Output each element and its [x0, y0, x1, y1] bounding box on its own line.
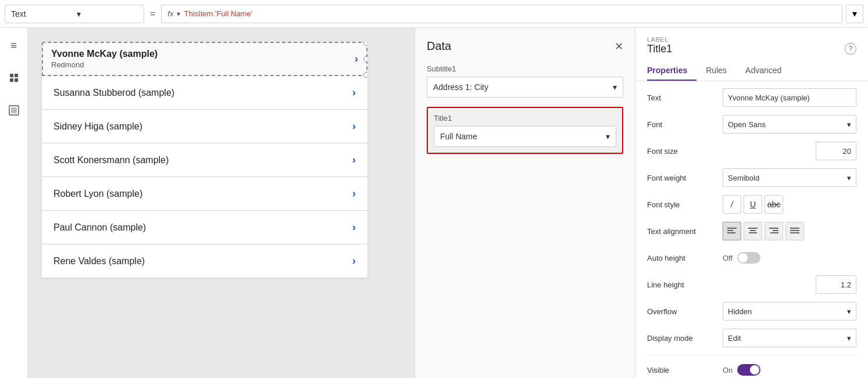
text-input[interactable] — [723, 88, 856, 107]
list-item-name: Robert Lyon (sample) — [53, 189, 142, 199]
visible-toggle[interactable] — [737, 364, 760, 376]
property-dropdown-chevron: ▾ — [77, 9, 138, 19]
list-item[interactable]: Scott Konersmann (sample) › — [42, 143, 367, 177]
resize-handle-top-right[interactable] — [363, 42, 367, 46]
svg-rect-1 — [15, 74, 18, 77]
autoheight-toggle-label: Off — [723, 254, 733, 262]
list-item-name: Susanna Stubberod (sample) — [53, 88, 174, 98]
svg-rect-2 — [10, 78, 13, 82]
selected-city: Redmond — [51, 60, 355, 69]
left-sidebar: ≡ — [0, 28, 28, 378]
autoheight-toggle[interactable] — [737, 252, 760, 264]
tab-rules[interactable]: Rules — [706, 61, 736, 81]
prop-label-textalign: Text alignment — [647, 227, 723, 236]
prop-value-textalign — [723, 222, 856, 240]
prop-label-displaymode: Display mode — [647, 334, 723, 343]
prop-value-fontstyle: / U abc — [723, 195, 856, 214]
list-item-selected[interactable]: Yvonne McKay (sample) Redmond › — [42, 42, 367, 76]
data-panel-header: Data ✕ — [427, 39, 623, 53]
canvas-area: Yvonne McKay (sample) Redmond › Susanna … — [28, 28, 415, 378]
list-item[interactable]: Robert Lyon (sample) › — [42, 177, 367, 211]
fx-chevron: ▾ — [177, 10, 180, 18]
list-container: Yvonne McKay (sample) Redmond › Susanna … — [42, 42, 367, 278]
displaymode-chevron: ▾ — [847, 334, 851, 343]
prop-row-fontweight: Font weight Semibold ▾ — [647, 168, 856, 187]
resize-handle-bot-right[interactable] — [363, 72, 367, 78]
subtitle1-value: Address 1: City — [433, 82, 488, 92]
visible-toggle-group: On — [723, 364, 856, 376]
prop-row-font: Font Open Sans ▾ — [647, 115, 856, 134]
align-group — [723, 222, 856, 240]
fontweight-chevron: ▾ — [847, 174, 851, 182]
help-icon[interactable]: ? — [845, 43, 856, 55]
hamburger-icon[interactable]: ≡ — [3, 35, 24, 56]
properties-panel: LABEL Title1 ? Properties Rules Advanced… — [635, 28, 868, 378]
tab-properties[interactable]: Properties — [647, 61, 696, 81]
property-dropdown[interactable]: Text ▾ — [5, 5, 144, 23]
autoheight-toggle-group: Off — [723, 252, 856, 264]
expand-button[interactable]: ▾ — [846, 5, 863, 23]
tab-advanced[interactable]: Advanced — [745, 61, 791, 81]
prop-value-displaymode: Edit ▾ — [723, 329, 856, 347]
align-right-button[interactable] — [765, 222, 783, 240]
prop-label-fontweight: Font weight — [647, 174, 723, 182]
italic-button[interactable]: / — [723, 195, 741, 214]
prop-row-overflow: Overflow Hidden ▾ — [647, 302, 856, 321]
prop-label-text: Text — [647, 93, 723, 102]
list-item[interactable]: Susanna Stubberod (sample) › — [42, 76, 367, 110]
list-item-chevron: › — [352, 188, 356, 200]
list-item-chevron: › — [352, 221, 356, 233]
list-item-name: Scott Konersmann (sample) — [53, 155, 169, 165]
title1-dropdown[interactable]: Full Name ▾ — [434, 126, 616, 147]
svg-rect-3 — [15, 78, 18, 82]
list-item[interactable]: Sidney Higa (sample) › — [42, 110, 367, 143]
list-item[interactable]: Paul Cannon (sample) › — [42, 211, 367, 244]
subtitle1-dropdown[interactable]: Address 1: City ▾ — [427, 77, 623, 98]
strikethrough-button[interactable]: abc — [765, 195, 783, 214]
subtitle1-section: Subtitle1 Address 1: City ▾ — [427, 64, 623, 98]
prop-body: Text Font Open Sans ▾ Font size — [635, 81, 868, 378]
prop-value-visible: On — [723, 364, 856, 376]
prop-label-lineheight: Line height — [647, 280, 723, 289]
equals-sign: = — [148, 9, 158, 19]
fontsize-input[interactable] — [816, 142, 856, 160]
title1-value: Full Name — [440, 132, 477, 141]
selected-content: Yvonne McKay (sample) Redmond — [51, 49, 355, 69]
list-item-name: Rene Valdes (sample) — [53, 256, 145, 267]
overflow-chevron: ▾ — [847, 307, 851, 316]
list-item-name: Sidney Higa (sample) — [53, 121, 142, 132]
close-button[interactable]: ✕ — [615, 40, 623, 53]
prop-label-overflow: Overflow — [647, 307, 723, 316]
list-item-chevron: › — [352, 87, 356, 99]
prop-header: LABEL Title1 ? — [635, 28, 868, 61]
font-dropdown[interactable]: Open Sans ▾ — [723, 115, 856, 134]
align-justify-button[interactable] — [785, 222, 804, 240]
prop-row-text: Text — [647, 88, 856, 107]
font-style-group: / U abc — [723, 195, 856, 214]
subtitle1-chevron: ▾ — [613, 82, 617, 92]
font-chevron: ▾ — [847, 120, 851, 129]
displaymode-dropdown[interactable]: Edit ▾ — [723, 329, 856, 347]
align-left-button[interactable] — [723, 222, 741, 240]
resize-handle-mid-right[interactable] — [363, 56, 367, 62]
property-dropdown-label: Text — [11, 9, 72, 19]
lineheight-input[interactable] — [816, 275, 856, 294]
prop-label-small: LABEL — [647, 36, 672, 43]
svg-rect-5 — [11, 107, 17, 113]
formula-bar[interactable]: fx ▾ ThisItem.'Full Name' — [161, 5, 842, 23]
prop-label-fontstyle: Font style — [647, 200, 723, 209]
overflow-dropdown[interactable]: Hidden ▾ — [723, 302, 856, 321]
layers-icon[interactable] — [3, 67, 24, 88]
list-item[interactable]: Rene Valdes (sample) › — [42, 244, 367, 278]
component-icon[interactable] — [3, 100, 24, 121]
prop-value-lineheight — [723, 275, 856, 294]
fontweight-dropdown[interactable]: Semibold ▾ — [723, 168, 856, 187]
prop-row-lineheight: Line height — [647, 275, 856, 294]
align-center-button[interactable] — [744, 222, 762, 240]
underline-button[interactable]: U — [744, 195, 762, 214]
svg-rect-0 — [10, 74, 13, 77]
prop-value-font: Open Sans ▾ — [723, 115, 856, 134]
data-panel-title: Data — [427, 39, 451, 53]
list-item-chevron: › — [352, 120, 356, 132]
prop-row-visible: Visible On — [647, 361, 856, 378]
